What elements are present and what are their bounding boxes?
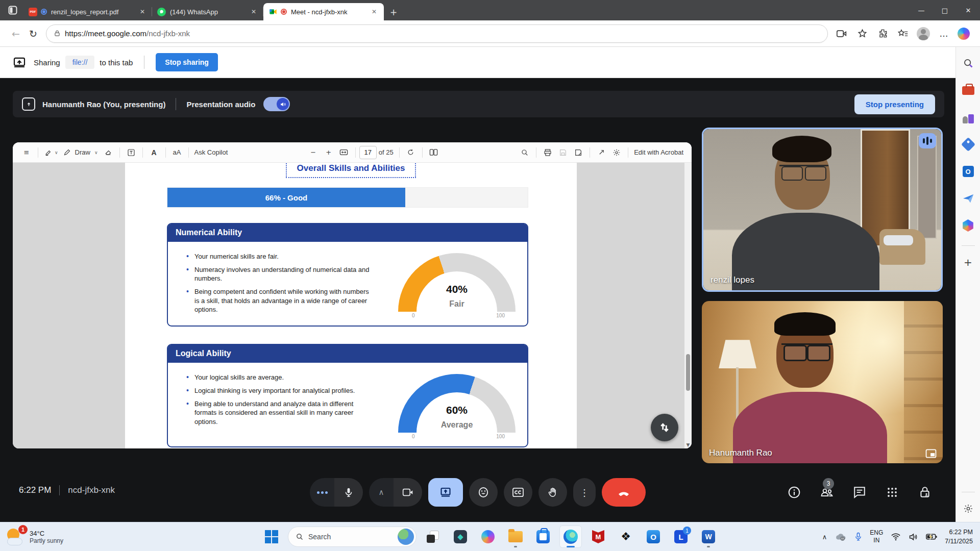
scroll-sync-button[interactable] [651, 414, 678, 441]
fit-width-icon[interactable] [336, 145, 352, 160]
more-options-button[interactable]: ⋮ [573, 478, 596, 507]
edge-browser-icon[interactable] [559, 525, 582, 548]
tab-close-icon[interactable]: ✕ [138, 7, 147, 16]
tab-close-icon[interactable]: ✕ [370, 7, 379, 16]
language-indicator[interactable]: ENGIN [870, 529, 883, 544]
zoom-out-icon[interactable]: − [306, 145, 321, 160]
sidebar-settings-gear-icon[interactable] [960, 500, 976, 517]
taskbar-search[interactable]: Search [288, 527, 416, 547]
tab-whatsapp[interactable]: (144) WhatsApp ✕ [152, 3, 263, 20]
extensions-puzzle-icon[interactable] [876, 27, 889, 40]
meeting-details-button[interactable] [787, 485, 801, 499]
sidebar-copilot365-icon[interactable] [960, 217, 976, 234]
host-controls-button[interactable] [918, 485, 932, 499]
volume-icon[interactable] [909, 533, 918, 541]
word-app-icon[interactable]: W [697, 525, 720, 548]
print-icon[interactable] [540, 145, 555, 160]
copilot-icon[interactable] [958, 28, 970, 40]
raise-hand-button[interactable] [538, 478, 567, 507]
weather-widget[interactable]: 1 34°C Partly sunny [0, 527, 63, 546]
l-app-icon[interactable]: L1 [670, 525, 692, 548]
outlook-app-icon[interactable]: O [642, 525, 665, 548]
copilot-app-icon[interactable] [477, 525, 499, 548]
picture-in-picture-icon[interactable] [925, 449, 937, 458]
favorite-star-icon[interactable] [855, 27, 869, 40]
edit-with-acrobat-button[interactable]: Edit with Acrobat [632, 145, 685, 160]
url-field[interactable]: https://meet.google.com/ncd-jfxb-xnk [46, 24, 828, 43]
camera-options-chevron[interactable]: ∧ [369, 478, 394, 507]
participant-tile-renzil[interactable]: renzil lopes [702, 128, 943, 292]
read-aloud-icon[interactable]: A [146, 145, 162, 160]
sidebar-customize-icon[interactable]: + [960, 254, 976, 270]
browser-menu-icon[interactable]: … [937, 27, 950, 40]
add-text-icon[interactable] [124, 145, 139, 160]
start-button[interactable] [260, 525, 283, 548]
sharing-target-link[interactable]: file:// [65, 56, 95, 69]
draw-tool[interactable]: Draw∨ [61, 145, 101, 160]
translate-icon[interactable]: aA [169, 145, 185, 160]
scroll-down-icon[interactable]: ▼ [684, 442, 692, 447]
sidebar-games-icon[interactable] [960, 109, 976, 126]
present-button-active[interactable] [428, 478, 463, 507]
wifi-icon[interactable] [891, 533, 901, 541]
chat-button[interactable] [852, 485, 867, 499]
save-as-icon[interactable] [571, 145, 586, 160]
file-explorer-icon[interactable] [504, 525, 527, 548]
profile-avatar[interactable] [917, 27, 930, 40]
maximize-icon[interactable]: □ [933, 0, 957, 20]
save-icon[interactable] [555, 145, 571, 160]
pdf-settings-gear-icon[interactable] [609, 145, 624, 160]
zoom-in-icon[interactable]: + [321, 145, 336, 160]
scrollbar-thumb[interactable] [686, 354, 690, 391]
mic-options-toggle[interactable] [310, 478, 334, 507]
new-tab-button[interactable]: + [384, 7, 403, 20]
stop-presenting-button[interactable]: Stop presenting [854, 94, 935, 114]
mic-in-use-icon[interactable] [854, 532, 862, 541]
close-icon[interactable]: ✕ [957, 0, 980, 20]
mic-button-group[interactable] [310, 478, 363, 507]
dropbox-icon[interactable]: ❖ [615, 525, 637, 548]
minimize-icon[interactable]: — [910, 0, 933, 20]
ask-copilot-button[interactable]: Ask Copilot [192, 145, 230, 160]
battery-icon[interactable] [926, 533, 937, 540]
eraser-icon[interactable] [101, 145, 116, 160]
page-view-icon[interactable] [426, 145, 442, 160]
people-button[interactable]: 3 [820, 485, 834, 499]
mic-button[interactable] [334, 478, 363, 507]
highlighter-icon[interactable]: ∨ [42, 145, 61, 160]
presentation-audio-toggle[interactable] [263, 97, 290, 111]
pdf-scrollbar[interactable]: ▼ [684, 163, 692, 448]
sidebar-shopping-icon[interactable] [960, 136, 976, 153]
task-view-button[interactable] [422, 525, 444, 548]
activities-button[interactable] [885, 485, 899, 499]
tab-close-icon[interactable]: ✕ [249, 7, 258, 16]
onedrive-icon[interactable] [835, 532, 847, 541]
workspaces-icon[interactable] [5, 3, 20, 18]
refresh-icon[interactable]: ↻ [24, 25, 42, 42]
microsoft-store-icon[interactable] [532, 525, 554, 548]
pdf-menu-icon[interactable]: ≡ [19, 145, 34, 160]
tab-meet-active[interactable]: Meet - ncd-jfxb-xnk ✕ [263, 3, 384, 20]
mcafee-icon[interactable]: M [587, 525, 609, 548]
camera-button[interactable] [394, 478, 422, 507]
expand-icon[interactable] [594, 145, 609, 160]
stop-sharing-button[interactable]: Stop sharing [156, 53, 218, 71]
clock[interactable]: 6:22 PM7/11/2025 [945, 528, 973, 546]
favorites-bar-icon[interactable] [896, 27, 910, 40]
camera-button-group[interactable]: ∧ [369, 478, 422, 507]
filmora-app-icon[interactable]: ◆ [449, 525, 472, 548]
reactions-button[interactable] [469, 478, 498, 507]
sidebar-search-icon[interactable] [960, 55, 976, 71]
tray-overflow-chevron[interactable]: ∧ [822, 533, 827, 541]
tab-camera-icon[interactable] [835, 27, 848, 40]
search-document-icon[interactable] [517, 145, 532, 160]
sidebar-outlook-icon[interactable]: O [960, 163, 976, 180]
end-call-button[interactable] [602, 478, 646, 507]
captions-button[interactable] [504, 478, 532, 507]
sidebar-tools-icon[interactable] [960, 82, 976, 98]
back-icon[interactable]: ← [7, 25, 24, 42]
participant-tile-hanumanth[interactable]: Hanumanth Rao [702, 301, 943, 463]
rotate-icon[interactable] [403, 145, 419, 160]
page-number-input[interactable] [359, 146, 377, 159]
tab-pdf-report[interactable]: PDF renzil_lopes_report.pdf ✕ [23, 3, 152, 20]
